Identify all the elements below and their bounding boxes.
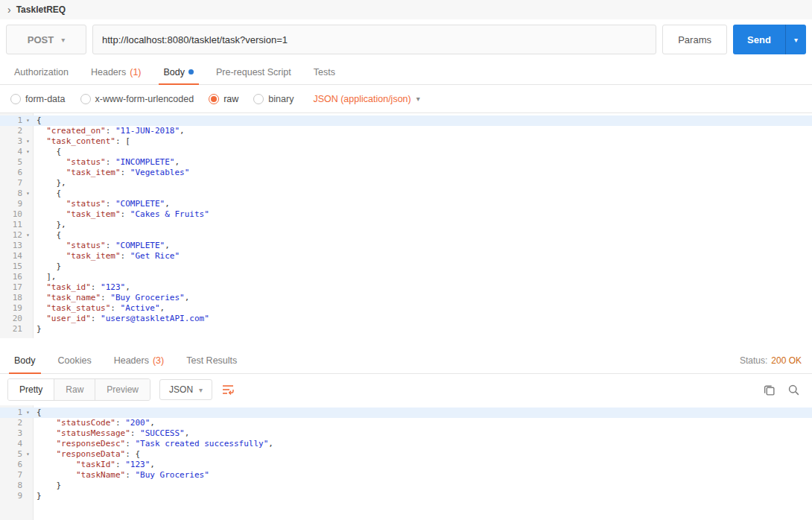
- code-line[interactable]: 12▾ {: [0, 230, 812, 241]
- radio-label: x-www-form-urlencoded: [95, 94, 194, 104]
- response-tab-body[interactable]: Body: [3, 347, 47, 373]
- tab-pre-request-script[interactable]: Pre-request Script: [205, 60, 302, 84]
- radio-x-www-form-urlencoded[interactable]: x-www-form-urlencoded: [80, 94, 194, 104]
- code-text[interactable]: "status": "COMPLETE",: [34, 199, 170, 209]
- fold-arrow-icon[interactable]: ▾: [22, 449, 34, 460]
- search-icon[interactable]: [787, 384, 800, 396]
- request-body-editor[interactable]: 1▾{2 "created_on": "11-JUN-2018",3▾ "tas…: [0, 113, 812, 338]
- response-tab-headers[interactable]: Headers (3): [103, 347, 176, 373]
- code-line[interactable]: 3 "statusMessage": "SUCCESS",: [0, 428, 812, 439]
- code-text[interactable]: "responseData": {: [34, 449, 140, 460]
- fold-arrow-icon[interactable]: ▾: [22, 136, 34, 147]
- code-text[interactable]: "task_status": "Active",: [34, 303, 165, 314]
- code-line[interactable]: 2 "created_on": "11-JUN-2018",: [0, 126, 812, 136]
- code-line[interactable]: 7 },: [0, 178, 812, 188]
- chevron-right-icon[interactable]: ›: [7, 4, 11, 15]
- tab-tests[interactable]: Tests: [302, 60, 346, 84]
- code-line[interactable]: 6 "taskId": "123",: [0, 460, 812, 470]
- code-text[interactable]: "created_on": "11-JUN-2018",: [34, 126, 185, 136]
- code-line[interactable]: 21}: [0, 324, 812, 334]
- code-text[interactable]: "status": "COMPLETE",: [34, 241, 170, 251]
- code-text[interactable]: },: [34, 220, 66, 230]
- code-line[interactable]: 18 "task_name": "Buy Groceries",: [0, 293, 812, 303]
- code-line[interactable]: 4 "responseDesc": "Task created successf…: [0, 439, 812, 449]
- code-line[interactable]: 13 "status": "COMPLETE",: [0, 241, 812, 251]
- tab-body[interactable]: Body: [153, 60, 206, 84]
- code-text[interactable]: }: [34, 261, 61, 272]
- code-text[interactable]: "taskId": "123",: [34, 460, 155, 470]
- code-text[interactable]: "status": "INCOMPLETE",: [34, 157, 180, 168]
- fold-arrow-icon[interactable]: ▾: [22, 408, 34, 418]
- code-text[interactable]: "task_item": "Vegetables": [34, 168, 189, 178]
- code-text[interactable]: "task_id": "123",: [34, 282, 130, 293]
- method-dropdown[interactable]: POST ▾: [6, 25, 86, 54]
- fold-arrow-icon[interactable]: ▾: [22, 147, 34, 157]
- view-raw-button[interactable]: Raw: [54, 379, 95, 400]
- code-text[interactable]: "task_name": "Buy Groceries",: [34, 293, 189, 303]
- code-line[interactable]: 8 }: [0, 481, 812, 491]
- code-line[interactable]: 2 "statusCode": "200",: [0, 418, 812, 428]
- code-line[interactable]: 15 }: [0, 261, 812, 272]
- code-line[interactable]: 20 "user_id": "users@taskletAPI.com": [0, 314, 812, 324]
- code-text[interactable]: "statusCode": "200",: [34, 418, 155, 428]
- code-text[interactable]: }: [34, 324, 42, 334]
- code-line[interactable]: 11 },: [0, 220, 812, 230]
- code-line[interactable]: 9}: [0, 491, 812, 501]
- params-button[interactable]: Params: [662, 25, 727, 54]
- code-line[interactable]: 1▾{: [0, 115, 812, 126]
- copy-icon[interactable]: [763, 384, 775, 396]
- code-text[interactable]: {: [34, 147, 61, 157]
- code-line[interactable]: 10 "task_item": "Cakes & Fruits": [0, 209, 812, 220]
- content-type-dropdown[interactable]: JSON (application/json) ▾: [313, 94, 419, 104]
- code-line[interactable]: 9 "status": "COMPLETE",: [0, 199, 812, 209]
- code-text[interactable]: },: [34, 178, 66, 188]
- code-line[interactable]: 19 "task_status": "Active",: [0, 303, 812, 314]
- code-text[interactable]: {: [34, 188, 61, 199]
- send-options-button[interactable]: ▾: [785, 25, 806, 54]
- code-text[interactable]: "task_content": [: [34, 136, 130, 147]
- code-line[interactable]: 8▾ {: [0, 188, 812, 199]
- code-line[interactable]: 5 "status": "INCOMPLETE",: [0, 157, 812, 168]
- response-tab-cookies[interactable]: Cookies: [47, 347, 103, 373]
- view-pretty-button[interactable]: Pretty: [8, 379, 54, 400]
- url-input[interactable]: [92, 25, 656, 54]
- code-text[interactable]: "task_item": "Get Rice": [34, 251, 180, 261]
- code-line[interactable]: 17 "task_id": "123",: [0, 282, 812, 293]
- code-text[interactable]: "statusMessage": "SUCCESS",: [34, 428, 189, 439]
- view-preview-button[interactable]: Preview: [95, 379, 150, 400]
- code-text[interactable]: }: [34, 491, 42, 501]
- code-text[interactable]: "taskName": "Buy Groceries": [34, 470, 209, 481]
- code-line[interactable]: 1▾{: [0, 408, 812, 418]
- wrap-text-icon[interactable]: [221, 384, 235, 396]
- response-format-dropdown[interactable]: JSON ▾: [159, 379, 212, 400]
- code-text[interactable]: "responseDesc": "Task created successful…: [34, 439, 273, 449]
- radio-selected-icon: [209, 94, 219, 104]
- code-text[interactable]: {: [34, 408, 42, 418]
- code-line[interactable]: 5▾ "responseData": {: [0, 449, 812, 460]
- radio-form-data[interactable]: form-data: [10, 94, 66, 104]
- send-button[interactable]: Send: [733, 25, 785, 54]
- fold-arrow-icon[interactable]: ▾: [22, 115, 34, 126]
- code-line[interactable]: 3▾ "task_content": [: [0, 136, 812, 147]
- code-line[interactable]: 6 "task_item": "Vegetables": [0, 168, 812, 178]
- line-number: 9: [0, 199, 22, 209]
- code-text[interactable]: {: [34, 230, 61, 241]
- tab-headers[interactable]: Headers (1): [80, 60, 153, 84]
- radio-binary[interactable]: binary: [253, 94, 294, 104]
- tab-authorization[interactable]: Authorization: [3, 60, 80, 84]
- code-line[interactable]: 16 ],: [0, 272, 812, 282]
- code-text[interactable]: ],: [34, 272, 57, 282]
- code-text[interactable]: "user_id": "users@taskletAPI.com": [34, 314, 209, 324]
- fold-arrow-icon[interactable]: ▾: [22, 188, 34, 199]
- code-text[interactable]: {: [34, 115, 42, 126]
- fold-arrow-icon[interactable]: ▾: [22, 230, 34, 241]
- radio-raw[interactable]: raw: [209, 94, 238, 104]
- fold-spacer: [22, 418, 34, 428]
- response-body-editor[interactable]: 1▾{2 "statusCode": "200",3 "statusMessag…: [0, 405, 812, 520]
- code-line[interactable]: 14 "task_item": "Get Rice": [0, 251, 812, 261]
- code-text[interactable]: "task_item": "Cakes & Fruits": [34, 209, 209, 220]
- response-tab-test-results[interactable]: Test Results: [175, 347, 248, 373]
- code-line[interactable]: 4▾ {: [0, 147, 812, 157]
- code-line[interactable]: 7 "taskName": "Buy Groceries": [0, 470, 812, 481]
- code-text[interactable]: }: [34, 481, 61, 491]
